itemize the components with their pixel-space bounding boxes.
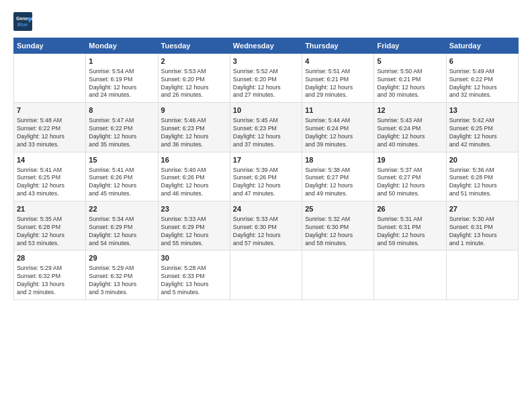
calendar-cell: 3Sunrise: 5:52 AM Sunset: 6:20 PM Daylig… — [230, 54, 302, 103]
header-cell-monday: Monday — [86, 38, 158, 54]
day-number: 5 — [377, 56, 443, 66]
day-number: 26 — [377, 204, 443, 214]
day-number: 29 — [89, 253, 154, 263]
calendar-cell: 20Sunrise: 5:36 AM Sunset: 6:28 PM Dayli… — [446, 152, 518, 201]
day-number: 15 — [89, 155, 154, 165]
calendar-cell: 28Sunrise: 5:29 AM Sunset: 6:32 PM Dayli… — [14, 250, 86, 300]
calendar-cell: 11Sunrise: 5:44 AM Sunset: 6:24 PM Dayli… — [302, 103, 374, 152]
calendar-cell — [374, 250, 446, 300]
calendar-cell: 9Sunrise: 5:46 AM Sunset: 6:23 PM Daylig… — [158, 103, 230, 152]
day-number: 10 — [233, 105, 299, 116]
week-row-4: 21Sunrise: 5:35 AM Sunset: 6:28 PM Dayli… — [14, 201, 519, 250]
day-info: Sunrise: 5:49 AM Sunset: 6:22 PM Dayligh… — [449, 68, 515, 100]
calendar-cell: 23Sunrise: 5:33 AM Sunset: 6:29 PM Dayli… — [158, 201, 230, 250]
calendar-cell: 1Sunrise: 5:54 AM Sunset: 6:19 PM Daylig… — [86, 54, 158, 103]
day-info: Sunrise: 5:29 AM Sunset: 6:32 PM Dayligh… — [17, 265, 83, 297]
day-number: 9 — [161, 105, 227, 116]
day-number: 21 — [17, 204, 83, 214]
day-info: Sunrise: 5:44 AM Sunset: 6:24 PM Dayligh… — [305, 117, 371, 149]
day-number: 16 — [161, 155, 227, 165]
day-number: 2 — [161, 56, 227, 66]
calendar-cell: 6Sunrise: 5:49 AM Sunset: 6:22 PM Daylig… — [446, 54, 518, 103]
day-info: Sunrise: 5:37 AM Sunset: 6:27 PM Dayligh… — [377, 167, 443, 199]
day-number: 6 — [449, 56, 515, 66]
calendar-cell: 17Sunrise: 5:39 AM Sunset: 6:26 PM Dayli… — [230, 152, 302, 201]
day-info: Sunrise: 5:35 AM Sunset: 6:28 PM Dayligh… — [17, 216, 83, 248]
calendar-cell: 26Sunrise: 5:31 AM Sunset: 6:31 PM Dayli… — [374, 201, 446, 250]
day-info: Sunrise: 5:40 AM Sunset: 6:26 PM Dayligh… — [161, 167, 227, 199]
day-number: 19 — [377, 155, 443, 165]
week-row-5: 28Sunrise: 5:29 AM Sunset: 6:32 PM Dayli… — [14, 250, 519, 300]
day-info: Sunrise: 5:34 AM Sunset: 6:29 PM Dayligh… — [89, 216, 154, 248]
header-row: SundayMondayTuesdayWednesdayThursdayFrid… — [14, 38, 519, 54]
day-info: Sunrise: 5:50 AM Sunset: 6:21 PM Dayligh… — [377, 68, 443, 100]
day-number: 17 — [233, 155, 299, 165]
day-number: 20 — [449, 155, 515, 165]
day-info: Sunrise: 5:39 AM Sunset: 6:26 PM Dayligh… — [233, 167, 299, 199]
day-info: Sunrise: 5:32 AM Sunset: 6:30 PM Dayligh… — [305, 216, 371, 248]
day-info: Sunrise: 5:41 AM Sunset: 6:25 PM Dayligh… — [17, 167, 83, 199]
day-info: Sunrise: 5:29 AM Sunset: 6:32 PM Dayligh… — [89, 265, 154, 297]
calendar-cell — [302, 250, 374, 300]
day-number: 30 — [161, 253, 227, 263]
header-cell-wednesday: Wednesday — [230, 38, 302, 54]
calendar-cell: 21Sunrise: 5:35 AM Sunset: 6:28 PM Dayli… — [14, 201, 86, 250]
day-info: Sunrise: 5:53 AM Sunset: 6:20 PM Dayligh… — [161, 68, 227, 100]
page: General Blue SundayMondayTuesdayWednesda… — [0, 0, 532, 307]
calendar-cell: 13Sunrise: 5:42 AM Sunset: 6:25 PM Dayli… — [446, 103, 518, 152]
day-number: 7 — [17, 105, 83, 116]
logo-icon: General Blue — [13, 12, 32, 31]
week-row-2: 7Sunrise: 5:48 AM Sunset: 6:22 PM Daylig… — [14, 103, 519, 152]
calendar-cell: 24Sunrise: 5:33 AM Sunset: 6:30 PM Dayli… — [230, 201, 302, 250]
day-info: Sunrise: 5:36 AM Sunset: 6:28 PM Dayligh… — [449, 167, 515, 199]
day-number: 27 — [449, 204, 515, 214]
day-number: 28 — [17, 253, 83, 263]
day-info: Sunrise: 5:45 AM Sunset: 6:23 PM Dayligh… — [233, 117, 299, 149]
header: General Blue — [13, 12, 519, 31]
day-info: Sunrise: 5:42 AM Sunset: 6:25 PM Dayligh… — [449, 117, 515, 149]
calendar-cell: 22Sunrise: 5:34 AM Sunset: 6:29 PM Dayli… — [86, 201, 158, 250]
calendar-cell — [446, 250, 518, 300]
day-number: 13 — [449, 105, 515, 116]
day-number: 25 — [305, 204, 371, 214]
calendar-cell: 29Sunrise: 5:29 AM Sunset: 6:32 PM Dayli… — [86, 250, 158, 300]
calendar-cell: 16Sunrise: 5:40 AM Sunset: 6:26 PM Dayli… — [158, 152, 230, 201]
calendar-table: SundayMondayTuesdayWednesdayThursdayFrid… — [13, 38, 519, 300]
header-cell-sunday: Sunday — [14, 38, 86, 54]
calendar-cell: 18Sunrise: 5:38 AM Sunset: 6:27 PM Dayli… — [302, 152, 374, 201]
day-number: 12 — [377, 105, 443, 116]
calendar-cell: 14Sunrise: 5:41 AM Sunset: 6:25 PM Dayli… — [14, 152, 86, 201]
calendar-cell — [230, 250, 302, 300]
calendar-cell: 25Sunrise: 5:32 AM Sunset: 6:30 PM Dayli… — [302, 201, 374, 250]
calendar-cell: 4Sunrise: 5:51 AM Sunset: 6:21 PM Daylig… — [302, 54, 374, 103]
day-info: Sunrise: 5:30 AM Sunset: 6:31 PM Dayligh… — [449, 216, 515, 248]
day-number: 11 — [305, 105, 371, 116]
week-row-1: 1Sunrise: 5:54 AM Sunset: 6:19 PM Daylig… — [14, 54, 519, 103]
day-number: 18 — [305, 155, 371, 165]
calendar-cell: 10Sunrise: 5:45 AM Sunset: 6:23 PM Dayli… — [230, 103, 302, 152]
week-row-3: 14Sunrise: 5:41 AM Sunset: 6:25 PM Dayli… — [14, 152, 519, 201]
day-number: 14 — [17, 155, 83, 165]
day-number: 1 — [89, 56, 154, 66]
calendar-cell: 15Sunrise: 5:41 AM Sunset: 6:26 PM Dayli… — [86, 152, 158, 201]
calendar-cell: 30Sunrise: 5:28 AM Sunset: 6:33 PM Dayli… — [158, 250, 230, 300]
day-info: Sunrise: 5:54 AM Sunset: 6:19 PM Dayligh… — [89, 68, 154, 100]
day-info: Sunrise: 5:47 AM Sunset: 6:22 PM Dayligh… — [89, 117, 154, 149]
header-cell-saturday: Saturday — [446, 38, 518, 54]
day-info: Sunrise: 5:28 AM Sunset: 6:33 PM Dayligh… — [161, 265, 227, 297]
calendar-cell — [14, 54, 86, 103]
calendar-cell: 27Sunrise: 5:30 AM Sunset: 6:31 PM Dayli… — [446, 201, 518, 250]
calendar-cell: 8Sunrise: 5:47 AM Sunset: 6:22 PM Daylig… — [86, 103, 158, 152]
day-number: 24 — [233, 204, 299, 214]
day-info: Sunrise: 5:51 AM Sunset: 6:21 PM Dayligh… — [305, 68, 371, 100]
day-info: Sunrise: 5:33 AM Sunset: 6:30 PM Dayligh… — [233, 216, 299, 248]
header-cell-friday: Friday — [374, 38, 446, 54]
day-info: Sunrise: 5:52 AM Sunset: 6:20 PM Dayligh… — [233, 68, 299, 100]
day-info: Sunrise: 5:46 AM Sunset: 6:23 PM Dayligh… — [161, 117, 227, 149]
day-info: Sunrise: 5:43 AM Sunset: 6:24 PM Dayligh… — [377, 117, 443, 149]
day-number: 23 — [161, 204, 227, 214]
calendar-cell: 19Sunrise: 5:37 AM Sunset: 6:27 PM Dayli… — [374, 152, 446, 201]
day-info: Sunrise: 5:33 AM Sunset: 6:29 PM Dayligh… — [161, 216, 227, 248]
calendar-cell: 5Sunrise: 5:50 AM Sunset: 6:21 PM Daylig… — [374, 54, 446, 103]
day-number: 4 — [305, 56, 371, 66]
